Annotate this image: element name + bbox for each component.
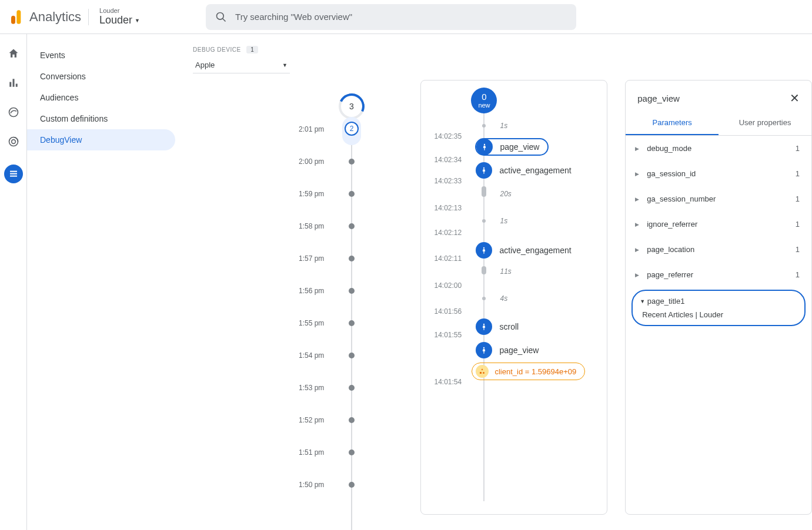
svg-rect-0 bbox=[16, 10, 21, 24]
search-icon bbox=[215, 11, 227, 23]
search-placeholder: Try searching "Web overview" bbox=[235, 12, 352, 22]
svg-point-2 bbox=[217, 12, 224, 19]
svg-rect-1 bbox=[11, 15, 15, 24]
property-account: Louder bbox=[99, 7, 140, 15]
property-name: Louder bbox=[99, 14, 132, 26]
header-divider bbox=[88, 9, 89, 25]
property-selector[interactable]: Louder Louder ▼ bbox=[99, 7, 140, 26]
analytics-wordmark: Analytics bbox=[29, 9, 81, 25]
caret-down-icon: ▼ bbox=[135, 18, 140, 24]
app-header: Analytics Louder Louder ▼ Try searching … bbox=[0, 0, 812, 34]
logo-block[interactable]: Analytics bbox=[7, 9, 81, 25]
svg-line-3 bbox=[223, 18, 226, 21]
analytics-logo-icon bbox=[7, 9, 24, 25]
search-input[interactable]: Try searching "Web overview" bbox=[206, 4, 576, 30]
